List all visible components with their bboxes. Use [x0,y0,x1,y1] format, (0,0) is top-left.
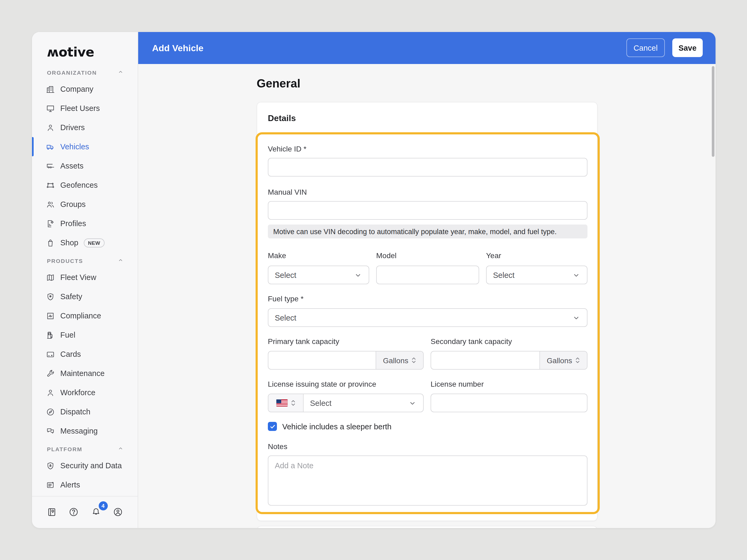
license-state-select[interactable]: Select [304,394,423,412]
notes-label: Notes [268,442,287,451]
sidebar-item-label: Groups [60,200,86,209]
make-select[interactable]: Select [268,266,369,284]
vehicle-id-label: Vehicle ID * [268,144,307,153]
sidebar-item-shop[interactable]: ShopNEW [32,233,138,252]
sidebar-item-messaging[interactable]: Messaging [32,421,138,441]
vehicles-icon [46,142,55,151]
sidebar-item-label: Cards [60,350,81,358]
help-icon [69,506,79,517]
chevron-up-icon [118,445,124,452]
sidebar-item-label: Company [60,85,93,93]
sidebar-item-label: Shop [60,238,78,247]
sidebar-item-fleet-view[interactable]: Fleet View [32,268,138,287]
primary-tank-input[interactable] [268,351,376,369]
scrollbar-thumb[interactable] [712,66,715,157]
model-input[interactable] [376,266,479,284]
cancel-button[interactable]: Cancel [626,38,665,57]
sidebar-item-label: Alerts [60,481,80,489]
sidebar-item-label: Fleet Users [60,104,100,112]
sidebar-item-label: Compliance [60,312,101,320]
sidebar-item-maintenance[interactable]: Maintenance [32,364,138,383]
topbar-actions: Cancel Save [626,38,703,57]
sleeper-berth-checkbox[interactable] [268,422,277,431]
sidebar-item-assets[interactable]: Assets [32,156,138,176]
section-header-label: PRODUCTS [47,258,83,264]
primary-tank-group: Gallons [268,351,424,370]
sidebar-item-security-and-data[interactable]: Security and Data [32,456,138,475]
sidebar: ʍotive ORGANIZATIONCompanyFleet UsersDri… [32,32,138,528]
sidebar-item-label: Workforce [60,388,96,397]
notes-textarea[interactable] [268,455,588,506]
vehicle-id-input[interactable] [268,158,588,177]
sidebar-item-label: Security and Data [60,461,122,470]
sidebar-item-alerts[interactable]: Alerts [32,475,138,495]
screenshot-stage: ʍotive ORGANIZATIONCompanyFleet UsersDri… [0,0,747,560]
up-down-stepper-icon [290,399,295,407]
next-section-card [257,526,598,528]
save-button[interactable]: Save [672,38,703,57]
sidebar-item-geofences[interactable]: Geofences [32,176,138,195]
details-card: Details Vehicle ID * Manual VIN Motive c… [257,102,598,521]
primary-tank-unit: Gallons [383,356,408,365]
license-state-group: Select [268,394,424,412]
model-label: Model [376,251,396,260]
fuel-icon [46,330,55,340]
sidebar-item-label: Dispatch [60,407,91,416]
sidebar-item-compliance[interactable]: Compliance [32,306,138,325]
sidebar-item-label: Fleet View [60,273,96,282]
secondary-tank-unit-selector[interactable]: Gallons [539,351,587,369]
sidebar-item-vehicles[interactable]: Vehicles [32,137,138,156]
page-header-title: Add Vehicle [152,43,204,54]
chevron-down-icon [572,313,581,322]
alerts-icon [46,480,55,489]
secondary-tank-unit: Gallons [547,356,572,365]
sidebar-item-fuel[interactable]: Fuel [32,325,138,345]
security-icon [46,461,55,470]
country-flag-selector[interactable] [268,394,304,412]
sleeper-berth-label: Vehicle includes a sleeper berth [282,422,392,431]
license-number-input[interactable] [431,394,588,412]
fuel-type-select[interactable]: Select [268,308,588,327]
geofences-icon [46,181,55,190]
section-header-label: PLATFORM [47,446,82,452]
sidebar-item-drivers[interactable]: Drivers [32,118,138,137]
account-button[interactable] [112,506,124,518]
new-badge: NEW [84,238,105,247]
cards-icon [46,350,55,359]
license-state-select-value: Select [310,399,332,407]
sidebar-item-profiles[interactable]: Profiles [32,214,138,233]
assets-icon [46,161,55,170]
sidebar-item-workforce[interactable]: Workforce [32,383,138,402]
secondary-tank-input[interactable] [431,351,539,369]
help-button[interactable] [68,506,80,518]
topbar: Add Vehicle Cancel Save [138,32,716,64]
section-header-products[interactable]: PRODUCTS [32,252,138,268]
sidebar-item-label: Profiles [60,219,86,228]
fuel-type-select-value: Select [275,313,297,322]
drivers-icon [46,123,55,132]
sidebar-item-label: Fuel [60,331,75,339]
secondary-tank-group: Gallons [431,351,588,370]
sidebar-item-label: Geofences [60,181,98,189]
dispatch-icon [46,407,55,416]
guide-button[interactable] [46,506,58,518]
sidebar-nav: ORGANIZATIONCompanyFleet UsersDriversVeh… [32,64,138,495]
sidebar-item-label: Safety [60,292,82,301]
up-down-stepper-icon [411,356,416,364]
card-title: Details [268,114,296,123]
section-header-platform[interactable]: PLATFORM [32,441,138,456]
sidebar-item-company[interactable]: Company [32,79,138,99]
section-header-organization[interactable]: ORGANIZATION [32,64,138,79]
notifications-button[interactable]: 4 [90,506,102,518]
page-title: General [257,77,301,91]
primary-tank-unit-selector[interactable]: Gallons [376,351,423,369]
sidebar-item-dispatch[interactable]: Dispatch [32,402,138,421]
year-select-value: Select [493,271,515,279]
sidebar-item-groups[interactable]: Groups [32,195,138,214]
sidebar-item-safety[interactable]: Safety [32,287,138,306]
sidebar-item-fleet-users[interactable]: Fleet Users [32,99,138,118]
manual-vin-input[interactable] [268,201,588,220]
sidebar-item-cards[interactable]: Cards [32,345,138,364]
year-select[interactable]: Select [486,266,588,284]
maintenance-icon [46,369,55,378]
